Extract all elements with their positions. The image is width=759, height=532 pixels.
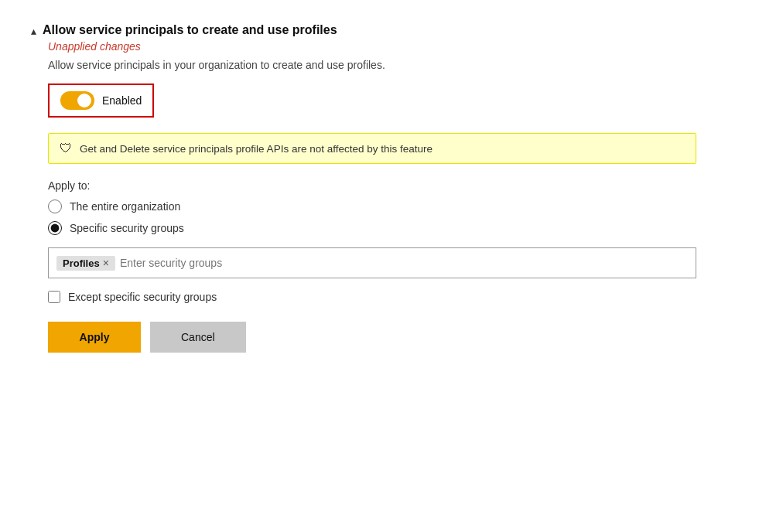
- enabled-toggle[interactable]: [60, 91, 94, 110]
- radio-entire-org-input[interactable]: [48, 200, 62, 213]
- tag-remove-button[interactable]: ×: [103, 257, 109, 268]
- tag-label: Profiles: [63, 257, 100, 269]
- collapse-icon[interactable]: ▴: [31, 25, 36, 37]
- radio-specific-groups-input[interactable]: [48, 221, 62, 235]
- button-row: Apply Cancel: [48, 322, 696, 353]
- section-header: ▴ Allow service principals to create and…: [31, 23, 696, 37]
- radio-entire-org-label: The entire organization: [70, 200, 180, 213]
- except-checkbox-label[interactable]: Except specific security groups: [48, 291, 696, 303]
- main-container: ▴ Allow service principals to create and…: [31, 23, 696, 353]
- section-title: Allow service principals to create and u…: [43, 23, 337, 37]
- section-description: Allow service principals in your organiz…: [48, 59, 696, 71]
- shield-icon: 🛡: [60, 142, 72, 155]
- apply-to-label: Apply to:: [48, 179, 696, 192]
- radio-specific-groups[interactable]: Specific security groups: [48, 221, 696, 235]
- radio-entire-org[interactable]: The entire organization: [48, 200, 696, 213]
- radio-specific-groups-label: Specific security groups: [70, 222, 184, 234]
- security-groups-input-container: Profiles ×: [48, 247, 696, 278]
- except-checkbox-input[interactable]: [48, 291, 60, 303]
- unapplied-changes-label: Unapplied changes: [48, 40, 696, 53]
- profiles-tag: Profiles ×: [56, 256, 115, 271]
- info-banner-text: Get and Delete service principals profil…: [80, 143, 432, 155]
- except-checkbox-text: Except specific security groups: [68, 291, 217, 303]
- radio-group: The entire organization Specific securit…: [48, 200, 696, 235]
- toggle-label: Enabled: [102, 94, 142, 107]
- toggle-container: Enabled: [48, 84, 154, 118]
- cancel-button[interactable]: Cancel: [150, 322, 246, 353]
- info-banner: 🛡 Get and Delete service principals prof…: [48, 133, 696, 164]
- security-groups-text-input[interactable]: [120, 257, 688, 269]
- apply-button[interactable]: Apply: [48, 322, 141, 353]
